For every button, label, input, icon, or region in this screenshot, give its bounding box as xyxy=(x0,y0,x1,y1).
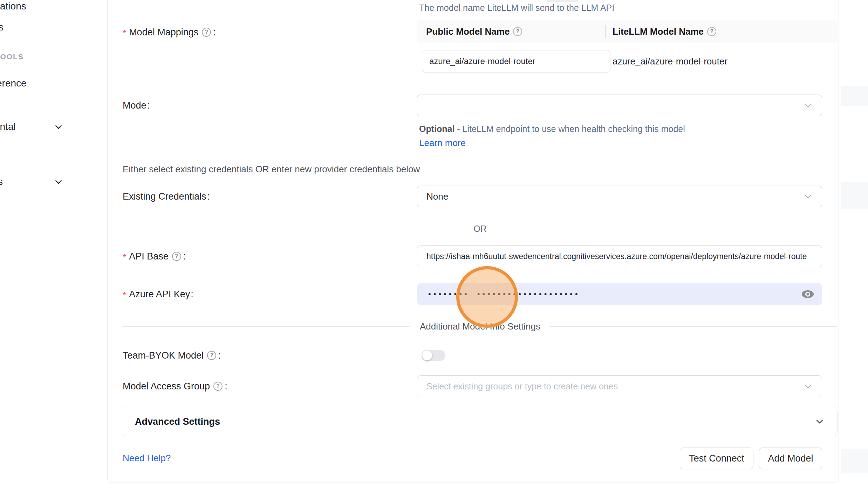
sidebar-item-label: s xyxy=(0,22,4,33)
sidebar-item-inference[interactable]: erence xyxy=(0,78,27,89)
existing-credentials-label: Existing Credentials : xyxy=(123,189,210,203)
header-divider xyxy=(605,25,606,38)
background-artifact xyxy=(841,86,868,106)
public-model-name-input[interactable] xyxy=(429,50,603,72)
sidebar: ations s TOOLS erence ental s xyxy=(0,0,105,485)
advanced-settings-title: Advanced Settings xyxy=(135,416,220,427)
api-base-label: * API Base ? : xyxy=(123,249,186,263)
column-header-litellm-model-name: LiteLLM Model Name ? xyxy=(613,20,718,43)
azure-api-key-input[interactable]: •••••••• •••••••••••••••••••• xyxy=(417,283,822,305)
question-icon[interactable]: ? xyxy=(513,27,522,36)
section-label: TOOLS xyxy=(0,53,24,61)
team-byok-label: Team-BYOK Model ? : xyxy=(123,348,221,362)
header-text: LiteLLM Model Name xyxy=(613,26,704,37)
public-model-name-field xyxy=(422,50,610,72)
label-colon: : xyxy=(225,381,227,392)
model-access-group-select[interactable]: Select existing groups or type to create… xyxy=(417,375,822,397)
sidebar-section-tools: TOOLS xyxy=(0,53,24,61)
add-model-page: ations s TOOLS erence ental s The model … xyxy=(0,0,868,485)
column-header-public-model-name: Public Model Name ? xyxy=(426,20,524,43)
toggle-handle xyxy=(422,351,432,360)
chevron-down-icon[interactable] xyxy=(53,122,64,132)
background-artifact xyxy=(841,449,868,473)
required-asterisk: * xyxy=(123,250,126,263)
credentials-note: Either select existing credentials OR en… xyxy=(123,164,420,175)
label-colon: : xyxy=(147,100,150,111)
select-value: None xyxy=(426,191,448,202)
sidebar-item-settings[interactable]: s xyxy=(0,176,3,187)
test-connect-button[interactable]: Test Connect xyxy=(680,448,753,469)
api-base-input[interactable] xyxy=(426,246,818,267)
divider-line xyxy=(123,229,464,229)
sidebar-item-label: s xyxy=(0,176,3,187)
divider-text: OR xyxy=(473,224,487,234)
label-colon: : xyxy=(207,191,210,202)
mode-help-text: Optional - LiteLLM endpoint to use when … xyxy=(419,122,710,150)
mode-select[interactable] xyxy=(417,95,822,116)
learn-more-link[interactable]: Learn more xyxy=(419,138,466,148)
label-colon: : xyxy=(183,251,186,262)
required-asterisk: * xyxy=(123,288,126,301)
model-name-helper-text: The model name LiteLLM will send to the … xyxy=(419,3,614,13)
additional-settings-divider: Additional Model Info Settings xyxy=(123,321,838,332)
question-icon[interactable]: ? xyxy=(213,382,223,391)
header-text: Public Model Name xyxy=(426,26,510,37)
label-text: Existing Credentials xyxy=(123,191,206,202)
question-icon[interactable]: ? xyxy=(172,252,181,261)
model-mappings-label: * Model Mappings ? : xyxy=(123,25,216,39)
sidebar-item-organizations[interactable]: ations xyxy=(0,1,26,12)
required-asterisk: * xyxy=(123,26,126,39)
label-text: API Base xyxy=(129,251,169,262)
clipped-content-top xyxy=(547,0,578,2)
api-base-field xyxy=(417,245,822,267)
masked-value: •••••••• xyxy=(428,283,470,305)
question-icon[interactable]: ? xyxy=(202,28,211,37)
advanced-settings-panel[interactable]: Advanced Settings xyxy=(123,407,838,436)
table-bottom-border xyxy=(417,81,838,81)
question-icon[interactable]: ? xyxy=(707,27,716,36)
divider-line xyxy=(123,326,410,327)
chevron-down-icon xyxy=(814,416,825,427)
existing-credentials-select[interactable]: None xyxy=(417,186,822,207)
sidebar-item-experimental[interactable]: ental xyxy=(0,121,16,132)
litellm-model-name-value: azure_ai/azure-model-router xyxy=(613,50,727,72)
help-body: - LiteLLM endpoint to use when health ch… xyxy=(454,124,685,134)
divider-line xyxy=(550,326,838,327)
chevron-down-icon xyxy=(803,101,813,111)
chevron-down-icon xyxy=(803,381,813,392)
label-text: Model Access Group xyxy=(123,381,210,392)
sidebar-item-models[interactable]: s xyxy=(0,22,4,33)
help-bold: Optional xyxy=(419,124,454,134)
divider-line xyxy=(497,229,838,229)
chevron-down-icon[interactable] xyxy=(53,177,64,187)
or-divider: OR xyxy=(123,223,838,234)
model-access-group-label: Model Access Group ? : xyxy=(123,379,227,393)
table-header-row: Public Model Name ? LiteLLM Model Name ? xyxy=(417,20,838,43)
label-text: Mode xyxy=(123,100,146,111)
divider-text: Additional Model Info Settings xyxy=(420,321,540,332)
select-placeholder: Select existing groups or type to create… xyxy=(426,381,618,392)
background-artifact xyxy=(841,182,868,209)
mode-label: Mode : xyxy=(123,98,150,112)
eye-icon[interactable] xyxy=(801,289,814,299)
sidebar-item-label: erence xyxy=(0,78,27,89)
chevron-down-icon xyxy=(803,192,813,202)
label-colon: : xyxy=(191,289,193,300)
masked-value: •••••••••••••••••••• xyxy=(477,283,580,305)
label-text: Team-BYOK Model xyxy=(123,350,204,361)
label-text: Model Mappings xyxy=(129,27,198,38)
label-text: Azure API Key xyxy=(129,289,190,300)
add-model-button[interactable]: Add Model xyxy=(759,448,822,469)
label-colon: : xyxy=(218,350,221,361)
question-icon[interactable]: ? xyxy=(207,351,216,360)
sidebar-item-label: ations xyxy=(0,1,26,12)
azure-api-key-label: * Azure API Key : xyxy=(123,287,193,301)
need-help-link[interactable]: Need Help? xyxy=(123,453,171,464)
team-byok-toggle[interactable] xyxy=(422,350,445,361)
sidebar-item-label: ental xyxy=(0,121,16,132)
label-colon: : xyxy=(213,27,216,38)
